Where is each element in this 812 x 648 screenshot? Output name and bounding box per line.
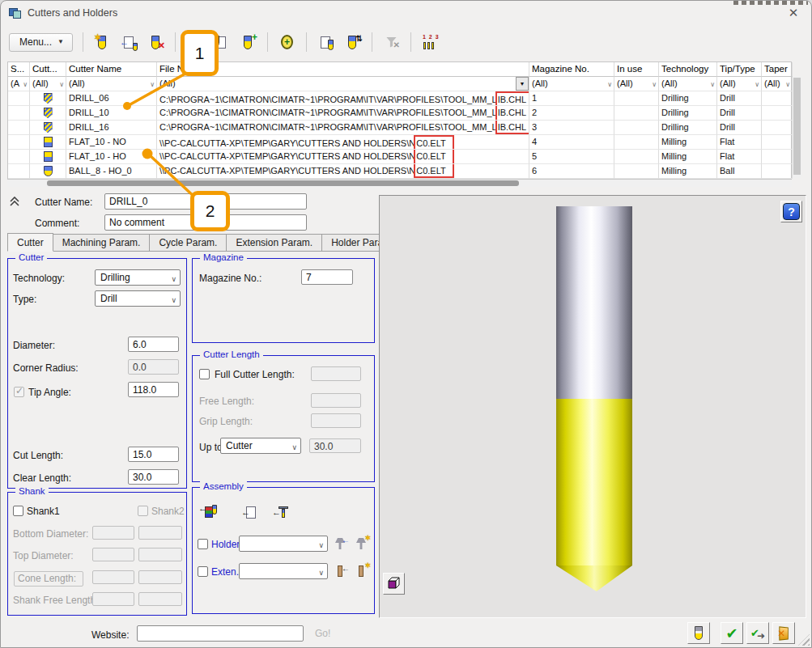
up-to-select[interactable]: Cutter∨ (220, 438, 301, 454)
tab-cutter[interactable]: Cutter (7, 233, 53, 252)
extension-new-button[interactable]: ✶ (351, 561, 371, 581)
horizontal-scrollbar-thumb[interactable] (47, 180, 519, 186)
arrow-left-icon: ← (241, 508, 250, 517)
type-select[interactable]: Drill∨ (95, 290, 181, 307)
add-circle-button[interactable]: + (276, 32, 298, 53)
website-input[interactable] (137, 625, 304, 642)
table-cell (762, 106, 793, 121)
red-highlight-box: C0.ELT (414, 150, 453, 163)
column-header[interactable]: Technology (659, 62, 717, 77)
filter-cell[interactable]: (All)∨ (30, 77, 66, 91)
shank-group: Shank Shank1 Shank2 Bottom Diameter: Top… (7, 492, 187, 616)
table-cell (8, 121, 30, 135)
corner-radius-label: Corner Radius: (13, 362, 79, 374)
table-cell (762, 164, 793, 179)
type-label: Type: (13, 294, 36, 305)
chevron-down-icon: ∨ (318, 539, 324, 552)
delete-cutter-button[interactable]: ✕ (145, 32, 167, 53)
extension-icon (359, 565, 363, 577)
table-row[interactable]: DRILL_10C:\PROGRA~1\CIMATRON\CIMATR~1\PR… (8, 106, 791, 121)
table-row[interactable]: DRILL_06C:\PROGRA~1\CIMATRON\CIMATR~1\PR… (8, 91, 791, 106)
diameter-input[interactable]: 6.0 (128, 337, 179, 352)
load-extension-button[interactable]: ← (274, 502, 293, 522)
resize-grip[interactable] (798, 634, 810, 646)
filter-cell[interactable]: (All)∨ (66, 77, 157, 91)
file-name-filter-dropdown[interactable]: ▼ (516, 77, 529, 91)
go-button[interactable]: Go! (315, 628, 330, 639)
close-button[interactable]: ✕ (782, 2, 805, 23)
preview-cutter-button[interactable] (687, 622, 710, 644)
grip-length-input (311, 413, 361, 428)
arrow-left-icon: ← (272, 508, 281, 517)
holder-select[interactable]: ∨ (239, 536, 328, 552)
chevron-down-icon: ∨ (318, 566, 324, 579)
clear-filter-button[interactable]: ✕ (380, 32, 402, 53)
tab-cycle-param[interactable]: Cycle Param. (150, 234, 227, 252)
holder-new-button[interactable]: ✶ (351, 534, 371, 553)
column-header[interactable]: Magazine No. (529, 62, 614, 77)
technology-select[interactable]: Drilling∨ (95, 269, 181, 286)
apply-next-button[interactable]: ✔➜ (746, 622, 769, 644)
column-header[interactable]: Taper (762, 62, 793, 77)
cutters-and-holders-dialog: Cutters and Holders ✕ Menu... ▼ ✶ ← ✕ + … (0, 0, 812, 648)
update-cutter-button[interactable]: ⇅ (342, 32, 363, 53)
ok-button[interactable]: ✔ (721, 622, 743, 644)
full-cutter-length-checkbox[interactable] (199, 369, 210, 379)
column-header[interactable]: S... (8, 62, 30, 77)
filter-cell[interactable]: (A∨ (8, 77, 30, 91)
load-assembly-button[interactable]: ← (199, 502, 219, 522)
column-header[interactable]: Cutter Name (66, 62, 157, 77)
toolbar-separator (306, 32, 307, 52)
filter-cell[interactable]: (All)∨ (659, 77, 717, 91)
filter-cell[interactable]: (All)∨ (614, 77, 659, 91)
cutter-preview-panel[interactable]: ? (379, 195, 806, 618)
copy-cutter-button[interactable] (315, 32, 337, 53)
table-row[interactable]: BALL_8 - HO_0\\PC-CALCUTTA-XP\TEMP\GARY\… (8, 164, 791, 179)
holder-label: Holder (211, 539, 240, 550)
chevron-down-icon: ∨ (150, 78, 155, 91)
help-button[interactable]: ? (780, 201, 802, 222)
filter-cell[interactable]: (All)▼ (157, 77, 529, 91)
filter-cell[interactable]: (All)∨ (762, 77, 793, 91)
extension-select[interactable]: ∨ (239, 563, 328, 579)
holder-pick-button[interactable]: ← (330, 534, 350, 553)
new-cutter-button[interactable]: ✶ (91, 32, 113, 53)
extension-checkbox[interactable] (198, 566, 208, 577)
vertical-scrollbar[interactable] (793, 76, 801, 178)
tip-angle-input[interactable]: 118.0 (128, 382, 179, 397)
menu-button[interactable]: Menu... ▼ (9, 33, 73, 52)
load-cutter-button[interactable]: ← (118, 32, 140, 53)
table-row[interactable]: DRILL_16C:\PROGRA~1\CIMATRON\CIMATR~1\PR… (8, 121, 791, 135)
table-row[interactable]: FLAT_10 - NO\\PC-CALCUTTA-XP\TEMP\GARY\C… (8, 135, 791, 150)
filter-cell[interactable]: (All)∨ (529, 77, 614, 91)
horizontal-scrollbar[interactable] (7, 180, 792, 187)
table-row[interactable]: FLAT_10 - HO\\PC-CALCUTTA-XP\TEMP\GARY\C… (8, 150, 791, 164)
column-header[interactable]: Tip/Type (717, 62, 762, 77)
star-icon: ✶ (364, 535, 371, 542)
clear-length-input[interactable]: 30.0 (128, 469, 179, 485)
red-highlight-box: IB.CHL (495, 91, 529, 105)
filter-cell[interactable]: (All)∨ (717, 77, 762, 91)
tab-machining-param[interactable]: Machining Param. (53, 234, 151, 252)
toolbar-separator (267, 32, 268, 52)
magazine-renumber-button[interactable]: 1 2 3 (419, 32, 441, 53)
extension-pick-button[interactable]: ← (330, 561, 350, 581)
magazine-no-input[interactable]: 7 (301, 269, 353, 285)
add-cutter-button[interactable]: + (237, 32, 259, 53)
cutter-group: Cutter Technology: Drilling∨ Type: Drill… (7, 258, 187, 489)
column-header[interactable]: In use (614, 62, 659, 77)
table-cell: 1 (529, 91, 614, 106)
collapse-panel-icon[interactable] (9, 196, 20, 207)
view-cube-button[interactable] (383, 573, 405, 595)
vertical-scrollbar-thumb[interactable] (793, 78, 801, 175)
tab-extension-param[interactable]: Extension Param. (227, 234, 322, 252)
exit-button[interactable]: ✕ (772, 622, 795, 644)
table-cell: Flat (717, 150, 762, 164)
column-header[interactable]: Cutt... (30, 62, 66, 77)
table-cell: Milling (659, 135, 717, 150)
cut-length-input[interactable]: 15.0 (128, 447, 179, 462)
chevron-down-icon: ▼ (57, 38, 64, 45)
shank1-checkbox[interactable] (13, 506, 23, 516)
load-assembly-file-button[interactable]: ← (241, 502, 261, 522)
holder-checkbox[interactable] (198, 539, 208, 549)
